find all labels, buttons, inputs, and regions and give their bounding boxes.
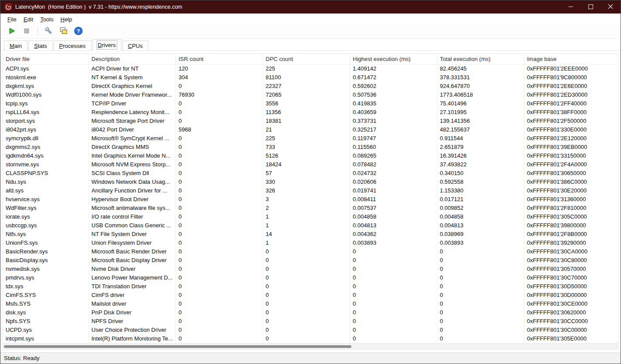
cell-image-base: 0xFFFFF801'39800000 <box>524 221 618 230</box>
options-button[interactable] <box>43 26 55 37</box>
table-row[interactable]: tcpip.sysTCP/IP Driver035560.41983575.40… <box>3 99 618 108</box>
cell-highest-execution-ms: 0.419835 <box>350 99 437 108</box>
table-row[interactable]: hvservice.sysHypervisor Boot Driver030.0… <box>3 195 618 204</box>
table-row[interactable]: disk.sysPnP Disk Driver00000xFFFFF801'30… <box>3 308 618 317</box>
table-row[interactable]: tdx.sysTDI Translation Driver00000xFFFFF… <box>3 282 618 291</box>
table-row[interactable]: Wdf01000.sysKernel Mode Driver Framewor.… <box>3 91 618 99</box>
start-monitor-button[interactable] <box>6 26 18 37</box>
tab-main[interactable]: Main <box>4 40 27 51</box>
table-row[interactable]: UCPD.sysUser Choice Protection Driver000… <box>3 326 618 334</box>
table-row[interactable]: igdkmdn64.sysIntel Graphics Kernel Mode … <box>3 152 618 160</box>
table-row[interactable]: CLASSPNP.SYSSCSI Class System Dll0570.02… <box>3 169 618 178</box>
cell-highest-execution-ms: 0 <box>350 273 437 282</box>
cell-highest-execution-ms: 0.024732 <box>350 169 437 178</box>
cell-image-base: 0xFFFFF801'30CA0000 <box>524 247 618 256</box>
cell-driver-file: Msfs.SYS <box>3 300 89 308</box>
table-row[interactable]: intcpmt.sysIntel(R) Platform Monitoring … <box>3 334 618 343</box>
table-row[interactable]: afd.sysAncillary Function Driver for ...… <box>3 186 618 195</box>
cell-isr-count: 0 <box>176 334 263 343</box>
cell-total-execution-ms: 0.038969 <box>437 230 524 239</box>
table-row[interactable]: symcryptk.dllMicrosoft® SymCrypt Kernel … <box>3 134 618 143</box>
cell-highest-execution-ms: 0.507536 <box>350 91 437 99</box>
cell-driver-file: nvmedisk.sys <box>3 265 89 273</box>
menu-edit[interactable]: Edit <box>20 15 37 24</box>
column-header-driver-file[interactable]: Driver file <box>3 54 89 64</box>
table-row[interactable]: Ndu.sysWindows Network Data Usag...03300… <box>3 178 618 186</box>
cell-highest-execution-ms: 0.004858 <box>350 212 437 221</box>
table-row[interactable]: UnionFS.sysUnion Filesystem Driver010.00… <box>3 239 618 247</box>
horizontal-scrollbar[interactable] <box>3 343 618 349</box>
table-row[interactable]: Ntfs.sysNT File System Driver0140.004362… <box>3 230 618 239</box>
menu-file[interactable]: File <box>4 15 20 24</box>
table-row[interactable]: Npfs.SYSNPFS Driver00000xFFFFF801'30CC00… <box>3 317 618 326</box>
cell-dpc-count: 225 <box>263 64 350 73</box>
cell-total-execution-ms: 0 <box>437 273 524 282</box>
cell-dpc-count: 21 <box>263 125 350 134</box>
cell-image-base: 0xFFFFF801'2F500000 <box>524 117 618 125</box>
table-row[interactable]: dxgkrnl.sysDirectX Graphics Kernel022327… <box>3 82 618 91</box>
cell-driver-file: stornvme.sys <box>3 160 89 169</box>
table-row[interactable]: i8042prt.sysi8042 Port Driver5968210.325… <box>3 125 618 134</box>
column-header-dpc-count[interactable]: DPC count <box>263 54 350 64</box>
column-header-isr-count[interactable]: ISR count <box>176 54 263 64</box>
table-body: ACPI.sysACPI Driver for NT1202251.409142… <box>3 64 618 343</box>
column-header-total-execution-ms[interactable]: Total execution (ms) <box>437 54 524 64</box>
menu-tools[interactable]: Tools <box>37 15 57 24</box>
tab-drivers[interactable]: Drivers <box>92 39 122 51</box>
report-button[interactable] <box>57 26 70 37</box>
tab-stats[interactable]: Stats <box>28 40 53 51</box>
cell-isr-count: 0 <box>176 265 263 273</box>
maximize-button[interactable] <box>580 0 601 13</box>
cell-image-base: 0xFFFFF801'305E0000 <box>524 334 618 343</box>
table-row[interactable]: dxgmms2.sysDirectX Graphics MMS07330.115… <box>3 143 618 152</box>
table-row[interactable]: ACPI.sysACPI Driver for NT1202251.409142… <box>3 64 618 73</box>
table-row[interactable]: storport.sysMicrosoft Storage Port Drive… <box>3 117 618 125</box>
column-header-image-base[interactable]: Image base <box>524 54 618 64</box>
cell-highest-execution-ms: 0.671472 <box>350 73 437 82</box>
table-row[interactable]: CimFS.SYSCimFS driver00000xFFFFF801'30D0… <box>3 291 618 300</box>
cell-total-execution-ms: 75.401496 <box>437 99 524 108</box>
help-button[interactable]: ? <box>72 26 84 37</box>
cell-total-execution-ms: 16.391426 <box>437 152 524 160</box>
table-row[interactable]: stornvme.sysMicrosoft NVM Express Storp.… <box>3 160 618 169</box>
table-row[interactable]: usbccgp.sysUSB Common Class Generic ...0… <box>3 221 618 230</box>
cell-isr-count: 0 <box>176 82 263 91</box>
cell-dpc-count: 0 <box>263 317 350 326</box>
cell-description: SCSI Class System Dll <box>89 169 176 178</box>
table-row[interactable]: ntoskrnl.exeNT Kernel & System304811000.… <box>3 73 618 82</box>
table-row[interactable]: rspLLL64.sysResplendence Latency Monit..… <box>3 108 618 117</box>
table-row[interactable]: BasicRender.sysMicrosoft Basic Render Dr… <box>3 247 618 256</box>
cell-highest-execution-ms: 0 <box>350 247 437 256</box>
cell-description: NT File System Driver <box>89 230 176 239</box>
cell-dpc-count: 14 <box>263 230 350 239</box>
cell-driver-file: UCPD.sys <box>3 326 89 334</box>
stop-monitor-button[interactable] <box>20 26 33 37</box>
tab-processes[interactable]: Processes <box>54 40 91 51</box>
menu-help[interactable]: Help <box>57 15 76 24</box>
cell-image-base: 0xFFFFF801'30620000 <box>524 308 618 317</box>
tab-cpus[interactable]: CPUs <box>122 40 148 51</box>
table-row[interactable]: Msfs.SYSMailslot driver00000xFFFFF801'30… <box>3 300 618 308</box>
cell-isr-count: 0 <box>176 204 263 212</box>
cell-driver-file: UnionFS.sys <box>3 239 89 247</box>
cell-isr-count: 0 <box>176 239 263 247</box>
cell-highest-execution-ms: 0 <box>350 334 437 343</box>
cell-driver-file: afd.sys <box>3 186 89 195</box>
cell-image-base: 0xFFFFF801'30CC0000 <box>524 317 618 326</box>
cell-isr-count: 0 <box>176 247 263 256</box>
cell-isr-count: 0 <box>176 178 263 186</box>
table-row[interactable]: nvmedisk.sysNvme Disk Driver00000xFFFFF8… <box>3 265 618 273</box>
table-row[interactable]: BasicDisplay.sysMicrosoft Basic Display … <box>3 256 618 265</box>
table-row[interactable]: iorate.sysI/O rate control Filter010.004… <box>3 212 618 221</box>
close-button[interactable] <box>601 0 621 13</box>
table-row[interactable]: WdFilter.sysMicrosoft antimalware file s… <box>3 204 618 212</box>
column-header-highest-execution-ms[interactable]: Highest execution (ms) <box>350 54 437 64</box>
minimize-button[interactable] <box>560 0 580 13</box>
cell-total-execution-ms: 0.017121 <box>437 195 524 204</box>
scrollbar-thumb[interactable] <box>4 345 351 348</box>
column-header-description[interactable]: Description <box>89 54 176 64</box>
table-row[interactable]: pmdrvs.sysLenovo Power Management D...00… <box>3 273 618 282</box>
cell-highest-execution-ms: 0.003893 <box>350 239 437 247</box>
cell-dpc-count: 0 <box>263 326 350 334</box>
cell-driver-file: tcpip.sys <box>3 99 89 108</box>
